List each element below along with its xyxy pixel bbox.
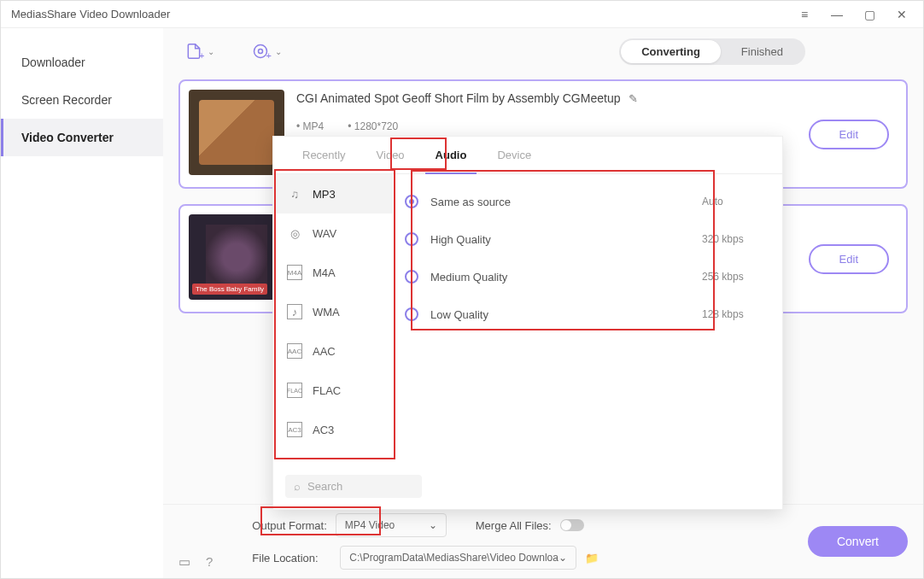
wma-icon: ♪ — [287, 304, 302, 319]
ac3-icon: AC3 — [287, 422, 302, 437]
quality-medium[interactable]: Medium Quality256 kbps — [405, 258, 770, 295]
format-m4a[interactable]: M4AM4A — [273, 253, 393, 292]
quality-low[interactable]: Low Quality128 kbps — [405, 295, 770, 333]
status-tabs: Converting Finished — [619, 38, 805, 65]
search-placeholder: Search — [307, 480, 342, 493]
format-mp3[interactable]: ♫MP3 — [273, 174, 393, 213]
help-icon[interactable]: ? — [206, 554, 213, 570]
file-location-select[interactable]: C:\ProgramData\MediasShare\Video Downloa… — [340, 546, 576, 570]
output-format-select[interactable]: MP4 Video⌄ — [336, 513, 447, 537]
video-resolution: 1280*720 — [348, 120, 398, 132]
quality-high[interactable]: High Quality320 kbps — [405, 220, 770, 258]
merge-label: Merge All Files: — [476, 519, 552, 532]
folder-icon[interactable]: 📁 — [585, 552, 599, 564]
main-panel: + ⌄ + ⌄ Converting Finished — [163, 28, 923, 578]
disc-icon: ◎ — [287, 225, 302, 241]
format-wma[interactable]: ♪WMA — [273, 292, 393, 331]
svg-point-1 — [259, 50, 263, 54]
quality-list: Same as sourceAuto High Quality320 kbps … — [393, 174, 782, 468]
add-file-button[interactable]: + ⌄ — [178, 37, 221, 66]
video-thumbnail[interactable] — [189, 90, 284, 175]
edit-button[interactable]: Edit — [809, 120, 889, 149]
search-input[interactable]: ⌕ Search — [285, 475, 422, 498]
format-flac[interactable]: FLACFLAC — [273, 371, 393, 410]
radio-icon — [405, 270, 418, 284]
video-meta: MP4 1280*720 — [296, 120, 797, 132]
format-wav[interactable]: ◎WAV — [273, 213, 393, 253]
merge-toggle[interactable] — [560, 519, 584, 531]
menu-icon[interactable]: ≡ — [793, 8, 816, 21]
m4a-icon: M4A — [287, 265, 302, 280]
format-list: ♫MP3 ◎WAV M4AM4A ♪WMA AACAAC FLACFLAC AC… — [273, 174, 393, 468]
edit-button[interactable]: Edit — [809, 244, 889, 274]
aac-icon: AAC — [287, 343, 302, 359]
format-ac3[interactable]: AC3AC3 — [273, 410, 393, 449]
bottom-bar: ▭ ? Output Format: MP4 Video⌄ Merge All … — [163, 504, 923, 578]
toolbar: + ⌄ + ⌄ Converting Finished — [163, 28, 923, 74]
video-thumbnail[interactable]: The Boss Baby Family — [189, 214, 284, 300]
popover-tab-audio[interactable]: Audio — [420, 137, 482, 173]
popover-tabs: Recently Video Audio Device — [273, 137, 782, 174]
window-title: MediasShare Video Downloader — [11, 8, 793, 20]
video-format: MP4 — [296, 120, 324, 132]
titlebar: MediasShare Video Downloader ≡ — ▢ ✕ — [1, 1, 923, 28]
sidebar: Downloader Screen Recorder Video Convert… — [1, 28, 163, 578]
search-icon: ⌕ — [294, 480, 301, 493]
video-title: CGI Animated Spot Geoff Short Film by As… — [296, 91, 797, 105]
app-window: MediasShare Video Downloader ≡ — ▢ ✕ Dow… — [0, 0, 924, 579]
add-disc-button[interactable]: + ⌄ — [245, 37, 288, 66]
rename-icon[interactable]: ✎ — [629, 92, 638, 105]
chevron-down-icon: ⌄ — [558, 552, 567, 564]
file-location-label: File Location: — [252, 552, 331, 564]
popover-search: ⌕ Search — [273, 468, 782, 505]
book-icon[interactable]: ▭ — [178, 554, 190, 570]
tab-converting[interactable]: Converting — [621, 40, 721, 63]
chevron-down-icon: ⌄ — [429, 519, 437, 531]
format-popover: Recently Video Audio Device ♫MP3 ◎WAV M4… — [272, 136, 783, 510]
sidebar-item-video-converter[interactable]: Video Converter — [1, 119, 163, 156]
radio-icon — [405, 307, 418, 321]
quality-same-as-source[interactable]: Same as sourceAuto — [405, 183, 770, 220]
popover-tab-device[interactable]: Device — [482, 137, 547, 173]
flac-icon: FLAC — [287, 383, 302, 398]
popover-tab-recently[interactable]: Recently — [287, 137, 361, 173]
radio-icon — [405, 195, 418, 208]
minimize-button[interactable]: — — [826, 8, 848, 21]
sidebar-item-downloader[interactable]: Downloader — [1, 44, 163, 81]
popover-tab-video[interactable]: Video — [361, 137, 420, 173]
radio-icon — [405, 232, 418, 246]
tab-finished[interactable]: Finished — [721, 40, 804, 63]
video-title-text: CGI Animated Spot Geoff Short Film by As… — [296, 91, 620, 105]
output-format-label: Output Format: — [252, 519, 326, 532]
sidebar-item-screen-recorder[interactable]: Screen Recorder — [1, 81, 163, 119]
convert-button[interactable]: Convert — [808, 526, 908, 557]
close-button[interactable]: ✕ — [891, 8, 913, 21]
window-controls: ≡ — ▢ ✕ — [793, 8, 913, 21]
format-aac[interactable]: AACAAC — [273, 331, 393, 371]
note-icon: ♫ — [287, 186, 302, 202]
maximize-button[interactable]: ▢ — [858, 8, 880, 21]
